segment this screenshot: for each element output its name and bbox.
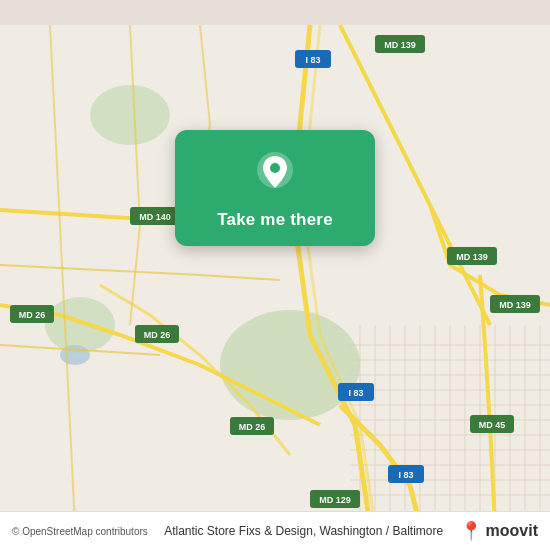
svg-point-3	[90, 85, 170, 145]
svg-text:I 83: I 83	[305, 55, 320, 65]
svg-point-4	[60, 345, 90, 365]
svg-text:MD 139: MD 139	[384, 40, 416, 50]
svg-text:MD 139: MD 139	[499, 300, 531, 310]
moovit-logo: 📍 moovit	[460, 520, 538, 542]
map-container: I 83 MD 139 MD 140 MD 139 MD 139 MD 26 M…	[0, 0, 550, 550]
map-attribution: © OpenStreetMap contributors	[12, 526, 148, 537]
svg-text:MD 45: MD 45	[479, 420, 506, 430]
svg-text:MD 26: MD 26	[239, 422, 266, 432]
moovit-pin-icon: 📍	[460, 520, 482, 542]
svg-point-54	[270, 163, 280, 173]
svg-point-2	[45, 297, 115, 353]
moovit-brand-label: moovit	[486, 522, 538, 540]
take-me-there-card[interactable]: Take me there	[175, 130, 375, 246]
info-bar: © OpenStreetMap contributors Atlantic St…	[0, 511, 550, 550]
take-me-there-button[interactable]: Take me there	[217, 210, 333, 230]
svg-text:I 83: I 83	[348, 388, 363, 398]
location-info: Atlantic Store Fixs & Design, Washington…	[156, 524, 452, 538]
location-pin-icon	[250, 148, 300, 198]
svg-point-1	[220, 310, 360, 420]
svg-text:MD 140: MD 140	[139, 212, 171, 222]
svg-text:I 83: I 83	[398, 470, 413, 480]
svg-text:MD 129: MD 129	[319, 495, 351, 505]
svg-text:MD 139: MD 139	[456, 252, 488, 262]
svg-text:MD 26: MD 26	[19, 310, 46, 320]
svg-text:MD 26: MD 26	[144, 330, 171, 340]
